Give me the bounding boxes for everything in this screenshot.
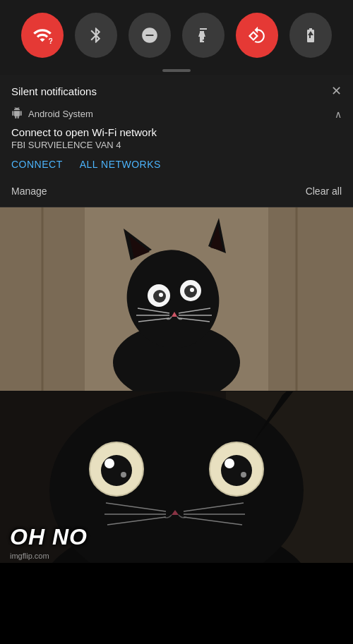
quick-settings-bar: ? [0, 0, 353, 65]
svg-point-18 [190, 288, 194, 292]
svg-rect-3 [268, 207, 353, 391]
cat-top-svg [0, 207, 353, 391]
notification-panel: Silent notifications ✕ Android System ∧ … [0, 75, 353, 207]
dnd-toggle-button[interactable] [128, 13, 171, 58]
android-system-icon [11, 107, 23, 121]
notification-body: Connect to open Wi-Fi network FBI SURVIE… [0, 123, 353, 178]
svg-text:?: ? [48, 36, 52, 45]
notification-sub-text: FBI SURVIELENCE VAN 4 [11, 140, 342, 150]
handle-bar [162, 69, 191, 72]
notification-actions: Connect All networks [11, 159, 342, 170]
battery-saver-button[interactable] [289, 13, 332, 58]
source-name: Android System [28, 109, 93, 119]
rotation-toggle-button[interactable] [236, 13, 278, 58]
drag-handle [0, 65, 353, 75]
oh-no-text: OH NO [10, 524, 88, 550]
manage-button[interactable]: Manage [11, 186, 47, 197]
svg-point-39 [121, 472, 126, 478]
source-left: Android System [11, 107, 93, 121]
close-notification-button[interactable]: ✕ [331, 85, 342, 97]
minus-circle-icon [140, 26, 159, 44]
svg-point-36 [221, 455, 252, 486]
battery-icon [302, 27, 319, 44]
collapse-icon[interactable]: ∧ [335, 109, 342, 120]
notification-title: Silent notifications [11, 85, 97, 97]
svg-point-40 [241, 472, 246, 478]
cat-image-top [0, 207, 353, 391]
all-networks-button[interactable]: All networks [80, 159, 161, 170]
notification-header: Silent notifications ✕ [0, 75, 353, 104]
flashlight-toggle-button[interactable] [182, 13, 225, 58]
rotation-icon [248, 26, 266, 44]
svg-point-37 [104, 458, 114, 468]
cat-image-bottom: OH NO imgflip.com [0, 391, 353, 563]
connect-button[interactable]: Connect [11, 159, 63, 170]
flashlight-icon [195, 27, 212, 44]
svg-point-35 [101, 455, 132, 486]
clear-all-button[interactable]: Clear all [306, 186, 342, 197]
wifi-toggle-button[interactable]: ? [21, 13, 64, 58]
imgflip-credit: imgflip.com [10, 552, 49, 560]
bluetooth-icon [87, 26, 105, 44]
svg-point-17 [159, 293, 163, 297]
wifi-question-icon: ? [32, 25, 52, 45]
notification-main-text: Connect to open Wi-Fi network [11, 126, 342, 138]
notification-footer: Manage Clear all [0, 178, 353, 207]
notification-source-row: Android System ∧ [0, 104, 353, 123]
bluetooth-toggle-button[interactable] [75, 13, 117, 58]
svg-point-38 [225, 458, 234, 468]
